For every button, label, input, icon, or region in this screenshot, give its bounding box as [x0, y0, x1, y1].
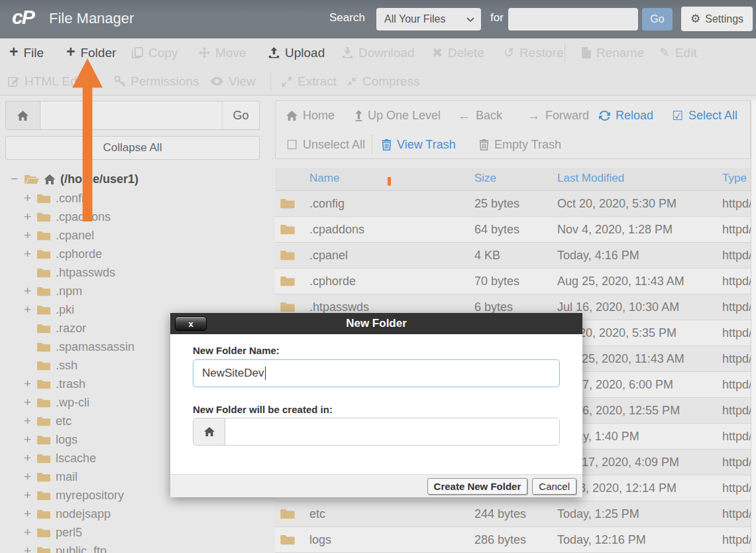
collapse-all-button[interactable]: Collapse All [5, 136, 260, 160]
toolbar-button-file[interactable]: +File [9, 38, 44, 67]
file-nav-label: Empty Trash [494, 138, 561, 152]
expand-toggle[interactable]: + [24, 488, 37, 503]
column-header-type[interactable]: Type [722, 172, 747, 185]
table-row-dot-cpanel[interactable]: .cpanel4 KBToday, 4:16 PMhttpd/ [275, 243, 751, 269]
expand-toggle[interactable]: + [24, 247, 37, 261]
file-nav-up-one-level[interactable]: Up One Level [355, 101, 441, 130]
folder-icon [280, 509, 295, 521]
tree-item-label: public_ftp [56, 544, 107, 553]
table-row-dot-cpaddons[interactable]: .cpaddons64 bytesNov 4, 2020, 1:28 PMhtt… [275, 217, 751, 243]
column-header-last-modified[interactable]: Last Modified [557, 172, 624, 185]
toolbar-button-label: Upload [285, 46, 325, 60]
file-nav-view-trash[interactable]: View Trash [382, 130, 456, 159]
cell-type: httpd/ [722, 269, 752, 294]
tree-item-dot-cphorde[interactable]: +.cphorde [0, 245, 266, 263]
restore-icon: ↺ [504, 46, 514, 59]
table-row-logs[interactable]: logs286 bytesToday, 12:16 PMhttpd/ [275, 527, 751, 553]
cancel-button[interactable]: Cancel [532, 478, 576, 495]
column-header-name[interactable]: Name [309, 172, 339, 185]
toolbar-button-label: Delete [448, 46, 484, 60]
sidebar-go-button[interactable]: Go [222, 101, 259, 129]
folder-icon [37, 231, 50, 241]
expand-toggle[interactable]: + [24, 210, 37, 224]
tree-item-dot-npm[interactable]: +.npm [0, 282, 266, 300]
new-folder-name-input[interactable]: NewSiteDev [193, 359, 560, 387]
search-scope-select[interactable]: All Your Files [376, 8, 481, 31]
file-nav-back[interactable]: ←Back [458, 101, 502, 130]
tree-item-dot-cpanel[interactable]: +.cpanel [0, 226, 266, 245]
toolbar-button-view: View [211, 67, 256, 95]
file-nav-unselect-all[interactable]: ☐Unselect All [286, 130, 365, 159]
expand-toggle[interactable]: + [24, 469, 37, 484]
folder-icon [37, 268, 50, 278]
collapse-toggle[interactable]: − [11, 172, 20, 186]
scrollbar-track[interactable] [751, 100, 756, 553]
file-nav-reload[interactable]: Reload [599, 101, 653, 130]
folder-icon [37, 491, 50, 501]
cpanel-logo: cP [12, 6, 34, 29]
file-nav-forward[interactable]: →Forward [527, 101, 589, 130]
folder-icon [37, 286, 50, 296]
folder-icon [37, 472, 50, 482]
expand-toggle[interactable]: + [24, 432, 37, 447]
create-new-folder-button[interactable]: Create New Folder [427, 478, 528, 495]
tree-item-dot-htpasswds[interactable]: .htpasswds [0, 263, 266, 282]
expand-toggle[interactable]: + [24, 525, 37, 540]
toolbar-button-label: Rename [596, 46, 644, 60]
expand-toggle[interactable]: + [24, 451, 37, 465]
table-row-dot-config[interactable]: .config25 bytesOct 20, 2020, 5:30 PMhttp… [275, 191, 751, 217]
expand-toggle[interactable]: + [24, 395, 37, 410]
sidebar-path-input[interactable] [40, 101, 222, 129]
folder-icon [280, 198, 295, 211]
table-row-etc[interactable]: etc244 bytesToday, 1:25 PMhttpd/ [275, 501, 751, 527]
search-input[interactable] [508, 8, 638, 31]
dialog-close-button[interactable]: x [175, 316, 207, 331]
tree-root[interactable]: − (/home/user1) [0, 169, 266, 189]
expand-toggle[interactable]: + [24, 228, 37, 243]
cell-last-modified: Today, 4:16 PM [557, 243, 639, 268]
toolbar-button-copy: Copy [132, 38, 178, 67]
tree-item-perl5[interactable]: +perl5 [0, 523, 266, 542]
file-nav-home[interactable]: Home [286, 101, 335, 130]
expand-toggle[interactable]: + [24, 284, 37, 298]
expand-toggle[interactable]: + [24, 191, 37, 206]
toolbar-button-label: View [229, 74, 256, 89]
settings-button[interactable]: ⚙ Settings [681, 7, 753, 31]
tree-item-dot-cpaddons[interactable]: +.cpaddons [0, 208, 266, 226]
file-nav-select-all[interactable]: ☑Select All [672, 101, 737, 130]
file-nav-empty-trash[interactable]: Empty Trash [479, 130, 561, 159]
folder-icon [280, 509, 295, 519]
tree-item-label: nodejsapp [56, 507, 111, 521]
file-icon [582, 47, 591, 58]
expand-toggle[interactable]: + [24, 377, 37, 391]
tree-item-label: .wp-cli [56, 396, 89, 410]
expand-toggle[interactable]: + [24, 414, 37, 428]
table-row-dot-cphorde[interactable]: .cphorde70 bytesAug 25, 2020, 11:43 AMht… [275, 269, 751, 294]
dialog-title: New Folder [170, 313, 582, 334]
toolbar-button-folder[interactable]: +Folder [66, 38, 116, 67]
tree-item-label: .razor [56, 322, 86, 336]
tree-item-nodejsapp[interactable]: +nodejsapp [0, 505, 266, 523]
expand-toggle[interactable]: + [24, 507, 37, 521]
sidebar-home-button[interactable] [6, 101, 40, 129]
column-header-size[interactable]: Size [474, 172, 496, 185]
toolbar-button-upload[interactable]: Upload [268, 38, 325, 67]
download-icon [342, 47, 353, 58]
dialog-header: x New Folder [170, 313, 582, 334]
expand-toggle[interactable]: + [24, 302, 37, 317]
tree-item-dot-config[interactable]: +.config [0, 189, 266, 208]
toolbar-button-label: Copy [148, 46, 178, 60]
folder-icon [280, 534, 295, 547]
sidebar-go-label: Go [233, 109, 248, 123]
search-go-button[interactable]: Go [642, 8, 673, 31]
tree-item-public_ftp[interactable]: +public_ftp [0, 542, 266, 553]
trash-icon [382, 139, 392, 151]
pencil-square-icon [8, 76, 19, 87]
folder-icon [280, 276, 295, 286]
file-nav-label: Unselect All [303, 138, 365, 152]
compress-icon [347, 76, 357, 87]
expand-toggle[interactable]: + [24, 544, 37, 553]
created-in-input[interactable] [225, 418, 559, 445]
tree-item-label: .trash [56, 377, 85, 391]
tree-item-label: perl5 [56, 526, 82, 540]
